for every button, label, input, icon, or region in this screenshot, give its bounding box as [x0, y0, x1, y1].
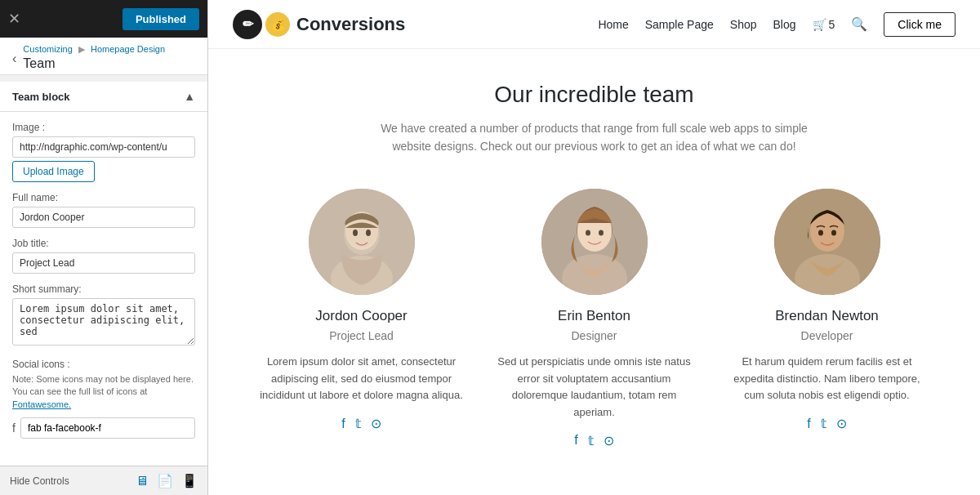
click-me-button[interactable]: Click me	[884, 12, 956, 37]
member-1-twitter-icon[interactable]: 𝕥	[355, 416, 361, 431]
site-name: Conversions	[296, 14, 405, 35]
member-3-socials: f 𝕥 ⊙	[723, 416, 931, 431]
member-2-bio: Sed ut perspiciatis unde omnis iste natu…	[490, 354, 698, 421]
fullname-label: Full name:	[12, 192, 195, 203]
member-2-facebook-icon[interactable]: f	[574, 433, 577, 448]
facebook-icon: f	[12, 421, 16, 435]
member-3-twitter-icon[interactable]: 𝕥	[821, 416, 826, 431]
site-nav: Home Sample Page Shop Blog 🛒5 🔍 Click me	[598, 12, 956, 37]
member-3-role: Developer	[723, 329, 931, 342]
member-1-name: Jordon Cooper	[257, 308, 466, 324]
fullname-field-group: Full name:	[12, 192, 195, 228]
money-icon: 💰	[265, 12, 290, 37]
tablet-view-icon[interactable]: 📄	[157, 473, 173, 488]
back-button[interactable]: ‹	[12, 51, 16, 66]
nav-shop[interactable]: Shop	[730, 18, 757, 31]
breadcrumb-bar: ‹ Customizing ▶ Homepage Design Team	[0, 38, 207, 75]
upload-image-button[interactable]: Upload Image	[12, 161, 95, 182]
summary-label: Short summary:	[12, 283, 195, 295]
avatar-jordon	[309, 189, 415, 295]
member-2-github-icon[interactable]: ⊙	[604, 433, 614, 448]
social-input[interactable]	[20, 417, 195, 439]
breadcrumb: Customizing ▶ Homepage Design	[23, 44, 165, 55]
team-block-header[interactable]: Team block ▲	[0, 82, 207, 112]
image-input[interactable]	[12, 136, 195, 158]
jobtitle-label: Job title:	[12, 238, 195, 249]
member-2-twitter-icon[interactable]: 𝕥	[588, 433, 594, 448]
hide-controls-text[interactable]: Hide Controls	[10, 475, 127, 487]
social-field-group: Social icons : Note: Some icons may not …	[12, 359, 195, 439]
member-1-role: Project Lead	[257, 329, 466, 342]
svg-point-16	[831, 230, 836, 235]
desktop-view-icon[interactable]: 🖥	[136, 474, 149, 488]
published-button[interactable]: Published	[122, 8, 199, 30]
team-section: Our incredible team We have created a nu…	[208, 49, 980, 481]
site-header: ✏ 💰 Conversions Home Sample Page Shop Bl…	[208, 0, 980, 49]
mobile-view-icon[interactable]: 📱	[181, 473, 198, 488]
team-subheading: We have created a number of products tha…	[374, 119, 815, 156]
panel-scroll-area: Image : Upload Image Full name: Job titl…	[0, 112, 207, 466]
team-card-3: Brendan Newton Developer Et harum quidem…	[723, 189, 931, 448]
svg-point-5	[353, 230, 358, 236]
collapse-arrow-icon[interactable]: ▲	[184, 90, 195, 103]
avatar-erin	[541, 189, 648, 295]
member-1-bio: Lorem ipsum dolor sit amet, consectetur …	[257, 354, 466, 404]
svg-point-15	[818, 230, 823, 235]
social-label: Social icons :	[12, 359, 195, 370]
nav-sample-page[interactable]: Sample Page	[645, 18, 714, 31]
customizer-panel: ✕ Published ‹ Customizing ▶ Homepage Des…	[0, 0, 208, 495]
summary-field-group: Short summary: Lorem ipsum dolor sit ame…	[12, 283, 195, 349]
team-card-2: Erin Benton Designer Sed ut perspiciatis…	[490, 189, 698, 448]
social-note: Note: Some icons may not be displayed he…	[12, 373, 195, 411]
nav-home[interactable]: Home	[598, 18, 628, 31]
avatar-brendan	[774, 189, 880, 295]
cart-icon[interactable]: 🛒5	[813, 18, 835, 31]
member-1-socials: f 𝕥 ⊙	[257, 416, 466, 431]
member-2-name: Erin Benton	[490, 308, 698, 324]
member-1-github-icon[interactable]: ⊙	[371, 416, 381, 431]
member-3-github-icon[interactable]: ⊙	[836, 416, 847, 431]
member-2-socials: f 𝕥 ⊙	[490, 433, 698, 448]
team-card-1: Jordon Cooper Project Lead Lorem ipsum d…	[257, 189, 466, 448]
close-button[interactable]: ✕	[8, 11, 20, 26]
topbar: ✕ Published	[0, 0, 207, 38]
block-header-title: Team block	[12, 91, 70, 103]
nav-blog[interactable]: Blog	[773, 18, 796, 31]
team-cards: Jordon Cooper Project Lead Lorem ipsum d…	[257, 189, 931, 448]
social-input-row: f	[12, 417, 195, 439]
member-3-facebook-icon[interactable]: f	[807, 417, 810, 431]
summary-textarea[interactable]: Lorem ipsum dolor sit amet, consectetur …	[12, 298, 195, 346]
pencil-icon: ✏	[233, 10, 262, 39]
svg-point-11	[599, 230, 604, 235]
image-label: Image :	[12, 122, 195, 133]
fontawesome-link[interactable]: Fontawesome.	[12, 399, 71, 409]
svg-point-6	[366, 230, 371, 236]
jobtitle-field-group: Job title:	[12, 238, 195, 274]
bottom-bar: Hide Controls 🖥 📄 📱	[0, 466, 207, 495]
jobtitle-input[interactable]	[12, 252, 195, 274]
search-icon[interactable]: 🔍	[851, 16, 867, 32]
image-field-group: Image : Upload Image	[12, 122, 195, 182]
member-1-facebook-icon[interactable]: f	[341, 417, 345, 431]
cart-count: 5	[829, 18, 835, 31]
member-3-name: Brendan Newton	[723, 308, 931, 324]
fullname-input[interactable]	[12, 207, 195, 228]
section-title: Team	[23, 56, 165, 71]
member-3-bio: Et harum quidem rerum facilis est et exp…	[723, 354, 931, 404]
preview-area: ✏ 💰 Conversions Home Sample Page Shop Bl…	[208, 0, 980, 495]
member-2-role: Designer	[490, 329, 698, 342]
site-logo: ✏ 💰 Conversions	[233, 10, 405, 39]
svg-point-10	[586, 230, 590, 235]
team-heading: Our incredible team	[257, 82, 931, 108]
